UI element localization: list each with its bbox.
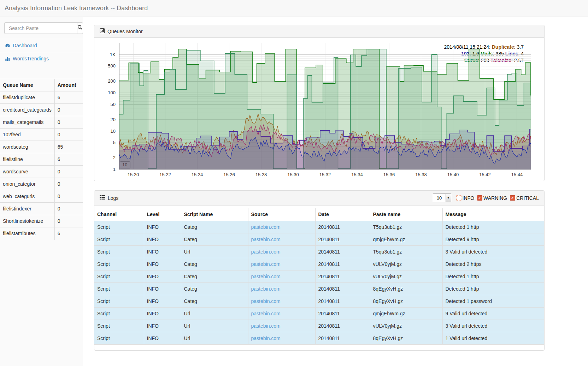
search-input[interactable] [4, 22, 77, 34]
log-row: ScriptINFOCategpastebin.com201408118qEgy… [94, 282, 544, 295]
sidebar-item-wordstrendings[interactable]: WordsTrendings [0, 52, 83, 65]
log-channel: Script [94, 258, 144, 270]
log-script: Categ [181, 295, 248, 307]
logs-panel: Logs 10 ▼ INFO✔WARNING✔CRITICAL ChannelL… [94, 190, 545, 351]
queue-table: Queue Name Amount filelistduplicate6cred… [0, 79, 83, 240]
queue-amount-header: Amount [54, 79, 83, 91]
log-paste: vULV0yjM.gz [370, 320, 442, 332]
filter-label: WARNING [483, 195, 507, 201]
queues-monitor-panel: Queues Monitor 2014/08/11 15:21:24: Dupl… [94, 25, 545, 181]
log-paste: qmjgEhWm.gz [370, 307, 442, 320]
source-link[interactable]: pastebin.com [251, 311, 281, 316]
queue-name: filelistline [0, 153, 54, 166]
queue-name: wordscurve [0, 166, 54, 178]
log-paste: qmjgEhWm.gz [370, 233, 442, 245]
log-level: INFO [144, 332, 181, 344]
y-axis-tick: 50 [94, 102, 116, 107]
log-message: 3 Valid url detected [442, 320, 544, 332]
logs-header-script-name: Script Name [181, 208, 248, 221]
log-script: Url [181, 245, 248, 258]
log-row: ScriptINFOUrlpastebin.com20140811T5qu3ub… [94, 245, 544, 258]
logs-table-header-row: ChannelLevelScript NameSourceDatePaste n… [94, 208, 544, 221]
source-link[interactable]: pastebin.com [251, 286, 281, 292]
queue-name: filelistduplicate [0, 91, 54, 104]
log-date: 20140811 [315, 295, 370, 307]
search-icon [77, 25, 83, 31]
log-date: 20140811 [315, 270, 370, 282]
log-paste: vULV0yjM.gz [370, 270, 442, 282]
search-group [4, 22, 78, 34]
sidebar-item-dashboard[interactable]: Dashboard [0, 39, 83, 52]
log-script: Categ [181, 233, 248, 245]
page-size-select[interactable]: 10 ▼ [433, 194, 451, 202]
x-axis-tick: 15:30 [283, 172, 303, 177]
source-link[interactable]: pastebin.com [251, 249, 281, 255]
source-link[interactable]: pastebin.com [251, 323, 281, 329]
y-axis-tick: 20 [94, 117, 116, 122]
log-message: 1 Valid url detected [442, 332, 544, 344]
queue-amount: 0 [54, 215, 83, 227]
queue-name: filelistattributes [0, 227, 54, 240]
x-axis-tick: 15:20 [123, 172, 143, 177]
logs-footer [94, 345, 544, 350]
x-axis-tick: 15:22 [155, 172, 175, 177]
source-link[interactable]: pastebin.com [251, 261, 281, 267]
log-channel: Script [94, 282, 144, 295]
x-axis-tick: 15:42 [475, 172, 495, 177]
queue-row: web_categurls0 [0, 190, 83, 203]
y-axis-tick: 10 [94, 129, 116, 134]
search-button[interactable] [77, 22, 83, 34]
source-link[interactable]: pastebin.com [251, 274, 281, 279]
warning-checkbox[interactable]: ✔ [477, 195, 482, 201]
queue-row: 102feed0 [0, 129, 83, 141]
x-axis-tick: 15:36 [379, 172, 399, 177]
queue-name-header: Queue Name [0, 79, 54, 91]
x-axis-tick: 15:38 [411, 172, 431, 177]
queue-amount: 0 [54, 129, 83, 141]
log-level: INFO [144, 320, 181, 332]
queue-amount: 0 [54, 104, 83, 116]
x-axis-tick: 15:28 [251, 172, 271, 177]
queue-row: Shortlinestokenize0 [0, 215, 83, 227]
log-level-filters: INFO✔WARNING✔CRITICAL [456, 195, 539, 201]
log-date: 20140811 [315, 258, 370, 270]
log-channel: Script [94, 221, 144, 233]
x-axis-tick: 15:40 [443, 172, 463, 177]
bar-chart-icon [5, 56, 10, 61]
logs-header-message: Message [442, 208, 544, 221]
queues-monitor-title: Queues Monitor [107, 29, 143, 34]
log-source: pastebin.com [248, 258, 315, 270]
critical-checkbox[interactable]: ✔ [510, 195, 515, 201]
source-link[interactable]: pastebin.com [251, 224, 281, 230]
filter-label: CRITICAL [516, 195, 539, 201]
log-source: pastebin.com [248, 320, 315, 332]
log-source: pastebin.com [248, 332, 315, 344]
log-script: Url [181, 307, 248, 320]
list-icon [100, 195, 105, 201]
source-link[interactable]: pastebin.com [251, 335, 281, 341]
queue-name: onion_categtor [0, 178, 54, 190]
logs-header-paste-name: Paste name [370, 208, 442, 221]
main-content: Queues Monitor 2014/08/11 15:21:24: Dupl… [83, 17, 588, 369]
info-checkbox[interactable] [456, 195, 461, 201]
log-message: Detected 1 password [442, 295, 544, 307]
log-channel: Script [94, 245, 144, 258]
queue-row: creditcard_categcards0 [0, 104, 83, 116]
log-row: ScriptINFOCategpastebin.com20140811T5qu3… [94, 221, 544, 233]
log-script: Categ [181, 270, 248, 282]
sidebar: Dashboard WordsTrendings Queue Name Amou… [0, 17, 83, 366]
log-message: Detected 1 http [442, 221, 544, 233]
logs-header-date: Date [315, 208, 370, 221]
log-script: Categ [181, 258, 248, 270]
x-axis-tick: 15:44 [507, 172, 527, 177]
log-paste: 8qEgyXvH.gz [370, 282, 442, 295]
source-link[interactable]: pastebin.com [251, 298, 281, 304]
source-link[interactable]: pastebin.com [251, 237, 281, 242]
log-channel: Script [94, 307, 144, 320]
log-channel: Script [94, 320, 144, 332]
filter-label: INFO [463, 195, 474, 201]
log-date: 20140811 [315, 332, 370, 344]
queues-monitor-header: Queues Monitor [94, 25, 544, 38]
queue-amount: 0 [54, 178, 83, 190]
log-date: 20140811 [315, 221, 370, 233]
